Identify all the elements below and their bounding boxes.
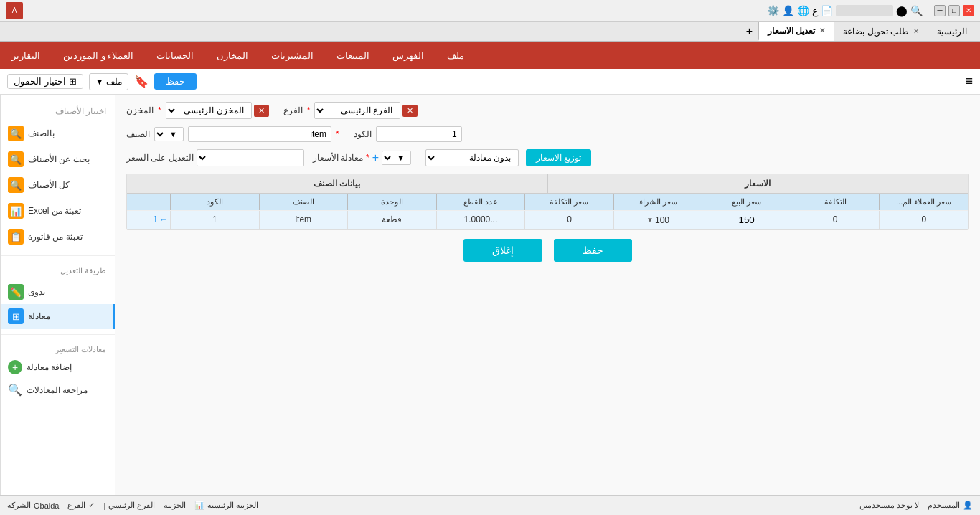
adjust-price-select[interactable] — [197, 149, 304, 166]
buy-price-arrow[interactable]: ▼ — [646, 216, 654, 224]
sidebar-item-search[interactable]: بحث عن الأصناف 🔍 — [1, 146, 115, 172]
nav-catalog[interactable]: الفهرس — [388, 50, 428, 61]
main-layout: ✕ الفرع الرئيسي * الفرع ✕ المخزن الرئيسي… — [0, 95, 980, 495]
file-menu-button[interactable]: ملف ▼ — [89, 73, 128, 90]
code-label: الكود — [354, 129, 372, 139]
no-users-label: لا يوجد مستخدمين — [859, 501, 919, 510]
item-input[interactable] — [188, 126, 331, 142]
row-arrow: ← — [159, 214, 168, 225]
fields-label: اختيار الحقول — [14, 76, 66, 87]
warehouse-group: ✕ المخزن الرئيسي * المخزن — [126, 102, 269, 119]
method-manual[interactable]: يدوى ✏️ — [1, 280, 115, 304]
col-cost-price: سعر التكلفة — [524, 194, 613, 210]
search-items-label: بحث عن الأصناف — [28, 154, 90, 164]
bottom-buttons: حفظ إغلاق — [126, 230, 969, 270]
cancel-bottom-btn[interactable]: إغلاق — [463, 239, 542, 262]
app-logo: A — [6, 2, 23, 19]
formula-select[interactable]: بدون معادلة — [425, 149, 519, 166]
col-sell-price: سعر البيع — [702, 194, 791, 210]
cell-cost-price: 0 — [524, 211, 613, 229]
form-row-3: توزيع الاسعار بدون معادلة ▼ + * معادلة ا… — [126, 149, 969, 166]
nav-accounts[interactable]: الحسابات — [152, 50, 198, 61]
cell-sell-price[interactable] — [702, 211, 791, 229]
cell-buy-price[interactable]: 100 ▼ — [613, 211, 702, 229]
nav-purchases[interactable]: المشتريات — [267, 50, 318, 61]
app-icon-5: 👤 — [782, 5, 794, 16]
sidebar-divider-1 — [1, 255, 115, 256]
pricing-formulas-title: معادلات التسعير — [1, 341, 115, 356]
formula-icon: ⊞ — [8, 308, 24, 324]
bookmark-icon[interactable]: 🔖 — [134, 75, 149, 88]
manual-icon: ✏️ — [8, 284, 24, 300]
warehouse-select[interactable]: المخزن الرئيسي — [166, 102, 252, 119]
excel-label: تعبئة من Excel — [28, 206, 81, 216]
item-dropdown[interactable]: ▼ — [154, 127, 184, 141]
close-btn[interactable]: ✕ — [963, 5, 974, 16]
tab-transfer[interactable]: ✕ طلب تحويل بضاعة — [834, 22, 928, 41]
nav-reports[interactable]: التقارير — [7, 50, 44, 61]
sell-price-input[interactable] — [729, 214, 765, 225]
branch-clear-btn[interactable]: ✕ — [402, 105, 418, 117]
sidebar-item-all[interactable]: كل الأصناف 🔍 — [1, 172, 115, 198]
tab-edit-price-label: تعديل الاسعار — [768, 26, 815, 36]
status-branch-icon: ✓ — [88, 501, 95, 510]
tab-home[interactable]: الرئيسية — [928, 22, 980, 41]
fields-selector[interactable]: ⊞ اختيار الحقول — [7, 74, 83, 89]
hamburger-icon[interactable]: ≡ — [965, 74, 973, 89]
nav-warehouse[interactable]: المخازن — [212, 50, 253, 61]
sidebar-divider-2 — [1, 334, 115, 335]
warehouse-required: * — [158, 105, 161, 115]
add-formula-plus[interactable]: + — [372, 151, 379, 164]
add-formula-btn[interactable]: إضافة معادلة + — [1, 356, 115, 379]
warehouse-input-group: ✕ المخزن الرئيسي — [166, 102, 269, 119]
item-label: الصنف — [126, 129, 150, 139]
adjust-price-group: التعديل على السعر — [126, 149, 304, 166]
add-formula-plus-icon: + — [8, 360, 22, 374]
code-input[interactable] — [376, 126, 462, 142]
tab-transfer-close[interactable]: ✕ — [913, 27, 919, 35]
minimize-btn[interactable]: ─ — [934, 5, 946, 16]
tab-edit-price-close[interactable]: ✕ — [819, 27, 825, 34]
nav-sales[interactable]: المبيعات — [332, 50, 374, 61]
app-input-bar — [836, 5, 893, 16]
fields-icon: ⊞ — [69, 76, 77, 87]
item-data-header: بيانات الصنف — [127, 174, 547, 193]
all-items-icon: 🔍 — [8, 177, 24, 193]
sidebar: اختيار الأصناف بالصنف 🔍 بحث عن الأصناف 🔍… — [0, 95, 115, 495]
status-bar: 👤 المستخدم لا يوجد مستخدمين الخزينة الرئ… — [0, 495, 980, 515]
nav-file[interactable]: ملف — [443, 50, 468, 61]
items-table: الاسعار بيانات الصنف سعر العملاء الم... … — [126, 174, 969, 230]
cell-client-price[interactable]: 0 — [879, 211, 968, 229]
warehouse-clear-btn[interactable]: ✕ — [254, 105, 269, 117]
sidebar-item-excel[interactable]: تعبئة من Excel 📊 — [1, 198, 115, 224]
col-total-cost: التكلفة — [791, 194, 880, 210]
maximize-btn[interactable]: □ — [948, 5, 960, 16]
cell-item-name: item — [259, 211, 348, 229]
formula-right-group: ▼ + * معادلة الأسعار التعديل على السعر — [126, 149, 411, 166]
search-items-icon: 🔍 — [8, 151, 24, 167]
window-controls[interactable]: ✕ □ ─ 🔍 ⬤ 📄 ع 🌐 👤 ⚙️ — [767, 5, 974, 16]
formula-expand-select[interactable]: ▼ — [382, 151, 411, 165]
method-formula[interactable]: معادلة ⊞ — [1, 304, 115, 329]
branch-input-group: ✕ الفرع الرئيسي — [314, 102, 418, 119]
review-formulas-label: مراجعة المعادلات — [27, 385, 88, 395]
branch-required: * — [307, 105, 311, 115]
col-qty-cut: عدد القطع — [436, 194, 525, 210]
branch-select[interactable]: الفرع الرئيسي — [314, 102, 400, 119]
row-number-display: ← 1 — [129, 214, 168, 225]
tab-home-label: الرئيسية — [937, 27, 967, 37]
sidebar-item-invoice[interactable]: تعبئة من فاتورة 📋 — [1, 224, 115, 250]
status-no-users: لا يوجد مستخدمين — [859, 501, 919, 510]
save-bottom-btn[interactable]: حفظ — [554, 239, 632, 262]
tab-edit-price[interactable]: ✕ تعديل الاسعار — [758, 22, 834, 41]
new-tab-btn[interactable]: + — [740, 25, 758, 38]
status-user: 👤 المستخدم — [928, 501, 973, 510]
status-user-label: المستخدم — [928, 501, 960, 510]
branch-label: الفرع — [283, 105, 303, 115]
sidebar-item-by-item[interactable]: بالصنف 🔍 — [1, 121, 115, 146]
formula-required: * — [366, 153, 369, 163]
nav-clients[interactable]: العملاء و الموردين — [59, 50, 138, 61]
review-formulas-btn[interactable]: مراجعة المعادلات 🔍 — [1, 379, 115, 401]
save-button[interactable]: حفظ — [154, 73, 197, 90]
distribute-prices-btn[interactable]: توزيع الاسعار — [526, 149, 591, 166]
